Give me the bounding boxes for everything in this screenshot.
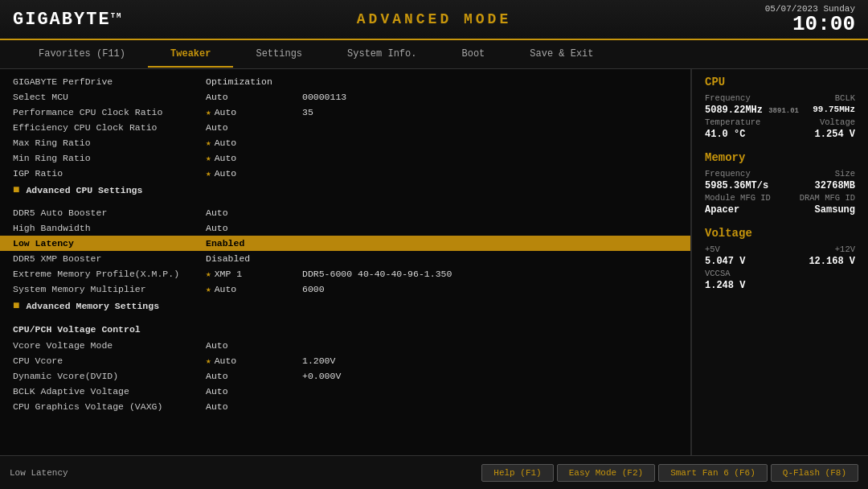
row-vcore-voltage-mode[interactable]: Vcore Voltage Mode Auto — [0, 338, 690, 353]
cpu-freq-row: Frequency BCLK — [705, 93, 855, 103]
volt-5v-row: +5V +12V — [705, 244, 855, 254]
volt-vccsa-row: VCCSA — [705, 269, 855, 278]
bottom-bar: Low Latency Help (F1) Easy Mode (F2) Sma… — [0, 455, 868, 489]
row-cpu-vcore[interactable]: CPU Vcore ★Auto 1.200V — [0, 353, 690, 368]
row-eff-cpu-clock-ratio[interactable]: Efficiency CPU Clock Ratio Auto — [0, 120, 690, 135]
cpu-temp-val-row: 41.0 °C 1.254 V — [705, 129, 855, 140]
mem-freq-val-row: 5985.36MT/s 32768MB — [705, 180, 855, 191]
status-text: Low Latency — [10, 468, 68, 478]
row-low-latency[interactable]: Low Latency Enabled — [0, 236, 690, 251]
row-gigabyte-perfdrive[interactable]: GIGABYTE PerfDrive Optimization — [0, 74, 690, 89]
advanced-cpu-settings[interactable]: ■ Advanced CPU Settings — [0, 181, 690, 199]
voltage-info-section: Voltage +5V +12V 5.047 V 12.168 V VCCSA … — [705, 227, 855, 291]
advanced-cpu-bullet: ■ — [13, 183, 19, 196]
row-extreme-memory-profile[interactable]: Extreme Memory Profile(X.M.P.) ★XMP 1 DD… — [0, 266, 690, 281]
tab-settings[interactable]: Settings — [233, 42, 325, 68]
voltage-header: CPU/PCH Voltage Control — [0, 321, 690, 338]
row-dynamic-vcore[interactable]: Dynamic Vcore(DVID) Auto +0.000V — [0, 368, 690, 384]
qflash-button[interactable]: Q-Flash (F8) — [771, 464, 858, 482]
main-content: GIGABYTE PerfDrive Optimization Select M… — [0, 69, 868, 455]
settings-panel: GIGABYTE PerfDrive Optimization Select M… — [0, 69, 691, 455]
advanced-memory-settings[interactable]: ■ Advanced Memory Settings — [0, 297, 690, 314]
mem-module-val-row: Apacer Samsung — [705, 204, 855, 216]
header: GIGABYTETM ADVANCED MODE 05/07/2023 Sund… — [0, 0, 868, 40]
row-system-memory-multiplier[interactable]: System Memory Multiplier ★Auto 6000 — [0, 281, 690, 297]
memory-info-section: Memory Frequency Size 5985.36MT/s 32768M… — [705, 151, 855, 216]
cpu-freq-val-row: 5089.22MHz 3891.01 99.75MHz — [705, 105, 855, 116]
row-cpu-graphics-voltage[interactable]: CPU Graphics Voltage (VAXG) Auto — [0, 399, 690, 414]
tab-saveexit[interactable]: Save & Exit — [507, 42, 616, 68]
cpu-temp-row: Temperature Voltage — [705, 117, 855, 127]
brand-logo: GIGABYTETM — [13, 10, 122, 30]
time-display: 10:00 — [765, 14, 855, 35]
smart-fan-button[interactable]: Smart Fan 6 (F6) — [658, 464, 768, 482]
advanced-memory-bullet: ■ — [13, 299, 19, 312]
row-high-bandwidth[interactable]: High Bandwidth Auto — [0, 220, 690, 236]
memory-info-title: Memory — [705, 151, 855, 164]
cpu-info-section: CPU Frequency BCLK 5089.22MHz 3891.01 99… — [705, 76, 855, 140]
mode-title: ADVANCED MODE — [357, 11, 511, 27]
tab-boot[interactable]: Boot — [439, 42, 507, 68]
row-perf-cpu-clock-ratio[interactable]: Performance CPU Clock Ratio ★Auto 35 — [0, 105, 690, 120]
easy-mode-button[interactable]: Easy Mode (F2) — [557, 464, 655, 482]
bottom-buttons: Help (F1) Easy Mode (F2) Smart Fan 6 (F6… — [481, 464, 858, 482]
row-max-ring-ratio[interactable]: Max Ring Ratio ★Auto — [0, 135, 690, 150]
volt-vccsa-val-row: 1.248 V — [705, 280, 855, 291]
row-igp-ratio[interactable]: IGP Ratio ★Auto — [0, 166, 690, 181]
mem-module-row: Module MFG ID DRAM MFG ID — [705, 193, 855, 203]
row-select-mcu[interactable]: Select MCU Auto 00000113 — [0, 89, 690, 105]
right-info-panel: CPU Frequency BCLK 5089.22MHz 3891.01 99… — [691, 69, 868, 455]
row-ddr5-auto-booster[interactable]: DDR5 Auto Booster Auto — [0, 205, 690, 220]
tab-tweaker[interactable]: Tweaker — [148, 42, 233, 68]
row-min-ring-ratio[interactable]: Min Ring Ratio ★Auto — [0, 150, 690, 166]
nav-tabs: Favorites (F11) Tweaker Settings System … — [0, 40, 868, 69]
tab-sysinfo[interactable]: System Info. — [325, 42, 439, 68]
tab-favorites[interactable]: Favorites (F11) — [16, 42, 148, 68]
datetime: 05/07/2023 Sunday 10:00 — [765, 4, 855, 35]
mem-freq-row: Frequency Size — [705, 169, 855, 179]
voltage-info-title: Voltage — [705, 227, 855, 240]
volt-5v-val-row: 5.047 V 12.168 V — [705, 256, 855, 267]
row-bclk-adaptive-voltage[interactable]: BCLK Adaptive Voltage Auto — [0, 384, 690, 399]
row-ddr5-xmp-booster[interactable]: DDR5 XMP Booster Disabled — [0, 251, 690, 266]
cpu-info-title: CPU — [705, 76, 855, 88]
help-button[interactable]: Help (F1) — [481, 464, 553, 482]
